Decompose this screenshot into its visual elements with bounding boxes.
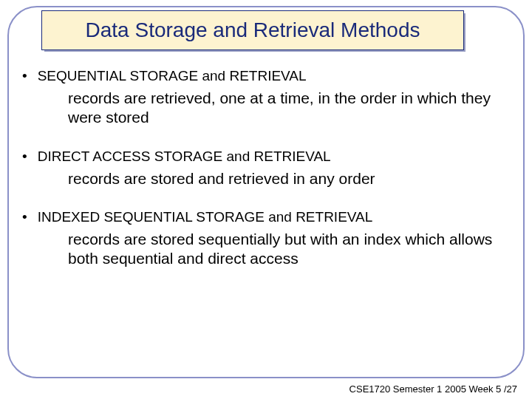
slide-title: Data Storage and Retrieval Methods bbox=[86, 18, 420, 42]
slide-footer: CSE1720 Semester 1 2005 Week 5 /27 bbox=[349, 383, 517, 395]
bullet-heading-2: DIRECT ACCESS STORAGE and RETRIEVAL bbox=[22, 149, 510, 165]
slide-content: SEQUENTIAL STORAGE and RETRIEVAL records… bbox=[22, 68, 510, 289]
description-3: records are stored sequentially but with… bbox=[68, 230, 497, 269]
bullet-heading-3: INDEXED SEQUENTIAL STORAGE and RETRIEVAL bbox=[22, 209, 510, 225]
title-box: Data Storage and Retrieval Methods bbox=[41, 10, 464, 50]
bullet-heading-1: SEQUENTIAL STORAGE and RETRIEVAL bbox=[22, 68, 510, 84]
description-1: records are retrieved, one at a time, in… bbox=[68, 89, 497, 128]
description-2: records are stored and retrieved in any … bbox=[68, 169, 497, 188]
